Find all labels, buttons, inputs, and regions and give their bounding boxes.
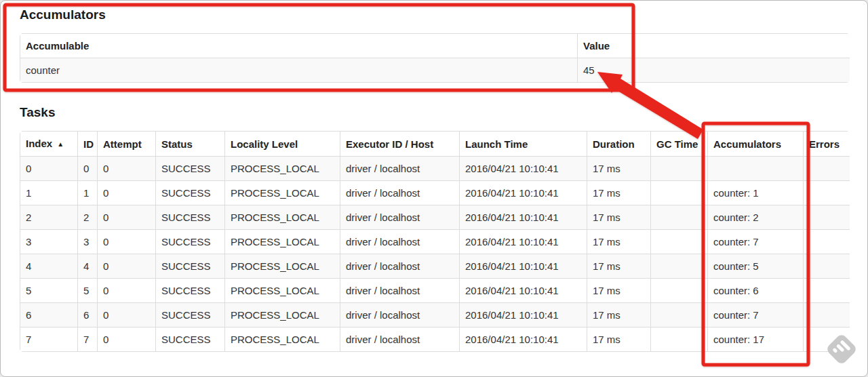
column-header-index-label: Index: [26, 138, 52, 149]
table-cell: SUCCESS: [156, 157, 225, 181]
column-header-status[interactable]: Status: [156, 132, 225, 157]
table-cell: 2016/04/21 10:10:41: [460, 157, 587, 181]
table-cell: 1: [20, 181, 78, 205]
table-cell: SUCCESS: [156, 328, 225, 352]
table-cell: [804, 328, 850, 352]
table-row: 440SUCCESSPROCESS_LOCALdriver / localhos…: [20, 254, 850, 279]
table-cell: 1: [78, 181, 98, 205]
table-cell: 17 ms: [587, 230, 651, 254]
table-cell: [804, 181, 850, 205]
table-cell: [651, 181, 708, 205]
table-cell: 2: [20, 205, 78, 230]
table-cell: 17 ms: [587, 303, 651, 328]
table-cell: 2016/04/21 10:10:41: [460, 205, 587, 230]
column-header-launch-time[interactable]: Launch Time: [460, 132, 587, 157]
table-row: 550SUCCESSPROCESS_LOCALdriver / localhos…: [20, 279, 850, 303]
table-cell: SUCCESS: [156, 254, 225, 279]
table-cell: PROCESS_LOCAL: [225, 205, 340, 230]
table-cell: 17 ms: [587, 279, 651, 303]
table-cell: SUCCESS: [156, 279, 225, 303]
column-header-index[interactable]: Index▲: [20, 132, 78, 157]
accumulators-section-title: Accumulators: [20, 7, 106, 22]
table-cell: [804, 205, 850, 230]
table-cell: 45: [578, 58, 850, 83]
table-cell: 0: [98, 303, 156, 328]
table-cell: SUCCESS: [156, 181, 225, 205]
table-row: 770SUCCESSPROCESS_LOCALdriver / localhos…: [20, 328, 850, 352]
table-cell: driver / localhost: [340, 254, 460, 279]
table-cell: PROCESS_LOCAL: [225, 279, 340, 303]
table-cell: 17 ms: [587, 254, 651, 279]
column-header-executor-id-host[interactable]: Executor ID / Host: [340, 132, 460, 157]
table-row: 330SUCCESSPROCESS_LOCALdriver / localhos…: [20, 230, 850, 254]
table-cell: PROCESS_LOCAL: [225, 181, 340, 205]
column-header-attempt[interactable]: Attempt: [98, 132, 156, 157]
table-cell: driver / localhost: [340, 303, 460, 328]
column-header-accumulators[interactable]: Accumulators: [708, 132, 804, 157]
table-row: counter45: [20, 58, 850, 83]
table-cell: [804, 157, 850, 181]
column-header-errors[interactable]: Errors: [804, 132, 850, 157]
table-cell: [651, 157, 708, 181]
column-header-accumulable: Accumulable: [20, 34, 578, 58]
table-cell: counter: [20, 58, 578, 83]
table-cell: counter: 17: [708, 328, 804, 352]
table-cell: 0: [20, 157, 78, 181]
table-row: 220SUCCESSPROCESS_LOCALdriver / localhos…: [20, 205, 850, 230]
table-cell: 17 ms: [587, 205, 651, 230]
table-cell: driver / localhost: [340, 205, 460, 230]
table-cell: 0: [98, 254, 156, 279]
accumulators-table-body: counter45: [20, 58, 850, 83]
table-cell: [651, 328, 708, 352]
table-cell: counter: 7: [708, 303, 804, 328]
table-cell: 0: [98, 328, 156, 352]
table-cell: PROCESS_LOCAL: [225, 254, 340, 279]
table-cell: 2: [78, 205, 98, 230]
table-cell: [804, 303, 850, 328]
table-cell: [651, 303, 708, 328]
table-row: 110SUCCESSPROCESS_LOCALdriver / localhos…: [20, 181, 850, 205]
table-cell: driver / localhost: [340, 279, 460, 303]
table-cell: 17 ms: [587, 328, 651, 352]
table-cell: 5: [20, 279, 78, 303]
table-cell: 2016/04/21 10:10:41: [460, 303, 587, 328]
table-cell: [804, 254, 850, 279]
table-cell: 2016/04/21 10:10:41: [460, 254, 587, 279]
table-cell: counter: 1: [708, 181, 804, 205]
column-header-id[interactable]: ID: [78, 132, 98, 157]
table-cell: [651, 205, 708, 230]
column-header-locality-level[interactable]: Locality Level: [225, 132, 340, 157]
table-cell: [708, 157, 804, 181]
table-cell: 0: [98, 157, 156, 181]
table-cell: PROCESS_LOCAL: [225, 157, 340, 181]
accumulators-table: Accumulable Value counter45: [20, 33, 850, 83]
spark-stage-detail-page: Accumulators Accumulable Value counter45…: [0, 0, 868, 377]
table-cell: counter: 5: [708, 254, 804, 279]
column-header-gc-time[interactable]: GC Time: [651, 132, 708, 157]
table-cell: 0: [98, 230, 156, 254]
table-cell: 6: [20, 303, 78, 328]
table-row: 660SUCCESSPROCESS_LOCALdriver / localhos…: [20, 303, 850, 328]
table-cell: 2016/04/21 10:10:41: [460, 181, 587, 205]
table-header-row: Index▲ ID Attempt Status Locality Level …: [20, 132, 850, 157]
sort-ascending-icon: ▲: [57, 140, 64, 148]
table-row: 000SUCCESSPROCESS_LOCALdriver / localhos…: [20, 157, 850, 181]
table-cell: 4: [78, 254, 98, 279]
table-cell: 2016/04/21 10:10:41: [460, 328, 587, 352]
table-cell: 3: [20, 230, 78, 254]
table-cell: 2016/04/21 10:10:41: [460, 279, 587, 303]
table-cell: counter: 6: [708, 279, 804, 303]
table-cell: driver / localhost: [340, 328, 460, 352]
tasks-table-body: 000SUCCESSPROCESS_LOCALdriver / localhos…: [20, 157, 850, 352]
table-cell: [651, 254, 708, 279]
table-cell: 7: [78, 328, 98, 352]
column-header-duration[interactable]: Duration: [587, 132, 651, 157]
table-cell: 6: [78, 303, 98, 328]
table-cell: driver / localhost: [340, 181, 460, 205]
table-cell: 4: [20, 254, 78, 279]
table-cell: [651, 230, 708, 254]
table-cell: 7: [20, 328, 78, 352]
table-cell: 2016/04/21 10:10:41: [460, 230, 587, 254]
table-cell: driver / localhost: [340, 230, 460, 254]
table-cell: SUCCESS: [156, 205, 225, 230]
